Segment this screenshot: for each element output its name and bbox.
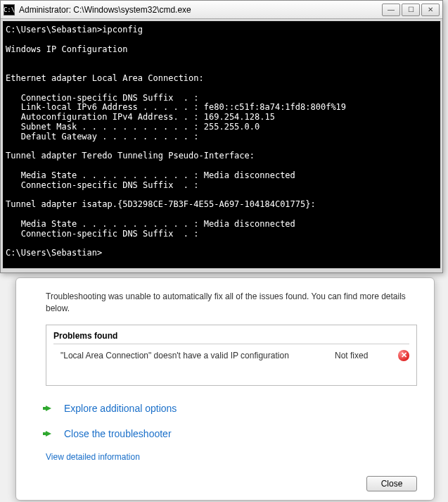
error-icon: ✕ [398, 350, 409, 361]
close-window-button[interactable]: ✕ [421, 4, 440, 16]
troubleshooter-description: Troubleshooting was unable to automatica… [46, 291, 417, 315]
cmd-title: Administrator: C:\Windows\system32\cmd.e… [19, 5, 382, 15]
troubleshooter-window: Troubleshooting was unable to automatica… [15, 277, 435, 501]
cmd-window: C:\ Administrator: C:\Windows\system32\c… [0, 0, 443, 273]
arrow-right-icon [46, 429, 56, 439]
minimize-button[interactable]: — [382, 4, 400, 16]
arrow-right-icon [46, 403, 56, 413]
problems-found-box: Problems found "Local Area Connection" d… [46, 325, 417, 386]
cmd-titlebar[interactable]: C:\ Administrator: C:\Windows\system32\c… [1, 1, 442, 19]
close-troubleshooter-label: Close the troubleshooter [64, 428, 172, 439]
maximize-button[interactable]: ☐ [402, 4, 420, 16]
window-controls: — ☐ ✕ [382, 4, 440, 16]
close-troubleshooter-link[interactable]: Close the troubleshooter [46, 424, 417, 449]
explore-options-label: Explore additional options [64, 403, 177, 414]
close-button[interactable]: Close [366, 476, 417, 491]
cmd-icon: C:\ [4, 4, 15, 15]
explore-options-link[interactable]: Explore additional options [46, 399, 417, 424]
problems-found-header: Problems found [53, 331, 409, 344]
problem-text: "Local Area Connection" doesn't have a v… [53, 351, 335, 360]
problem-status: Not fixed [335, 351, 398, 360]
troubleshooter-footer: Close [46, 473, 417, 491]
view-detailed-link[interactable]: View detailed information [46, 452, 140, 462]
problem-row: "Local Area Connection" doesn't have a v… [53, 350, 409, 361]
cmd-output[interactable]: C:\Users\Sebastian>ipconfig Windows IP C… [1, 19, 442, 272]
